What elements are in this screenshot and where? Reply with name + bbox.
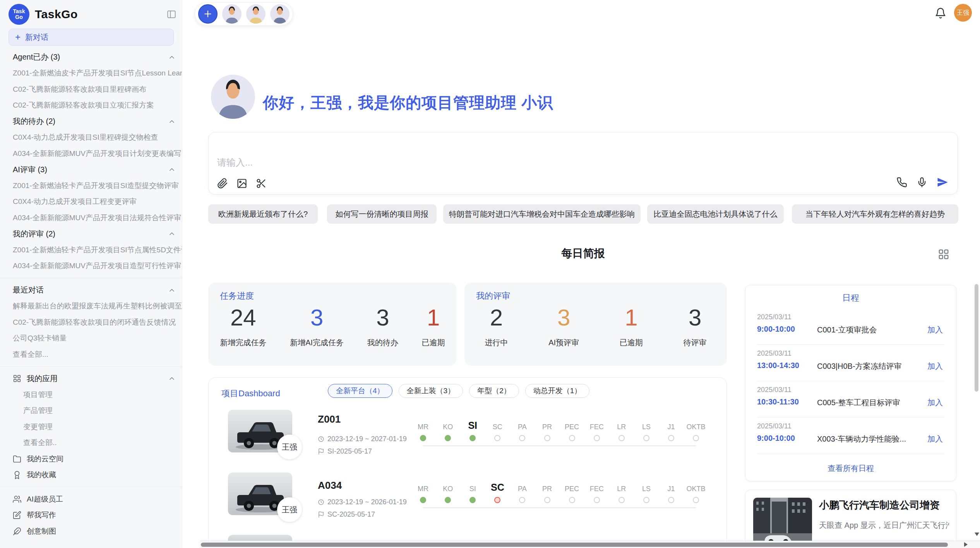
avatar[interactable] [270, 4, 290, 24]
schedule-time: 9:00-10:00 [757, 325, 795, 334]
apps-view-all[interactable]: 查看全部.. [0, 435, 182, 451]
new-chat-button[interactable]: + 新对话 [9, 29, 174, 46]
list-item[interactable]: Z001-全新燃油皮卡产品开发项目SI节点Lesson Learn报告 [0, 65, 182, 82]
image-upload-icon[interactable] [236, 178, 247, 189]
dashboard-title: 项目Dashboard [221, 388, 280, 399]
milestone: MR [411, 478, 435, 503]
plus-icon [203, 9, 213, 19]
join-link[interactable]: 加入 [927, 397, 943, 408]
chevron-up-icon[interactable] [168, 118, 176, 125]
chevron-up-icon[interactable] [168, 53, 176, 61]
milestone: PEC [560, 478, 584, 503]
list-item[interactable]: C0X4-动力总成开发项目SI里程碑提交物检查 [0, 130, 182, 146]
project-code[interactable]: Z001 [318, 413, 341, 425]
view-all-schedule-link[interactable]: 查看所有日程 [745, 463, 956, 474]
suggestion-chip[interactable]: 如何写一份清晰的项目周报 [327, 204, 437, 224]
section-agent-done[interactable]: Agent已办 (3) [0, 49, 182, 65]
chevron-up-icon[interactable] [168, 166, 176, 173]
tab-year-model[interactable]: 年型（2） [469, 384, 519, 398]
list-item[interactable]: A034-全新新能源MUV产品开发项目计划变更表编写 [0, 146, 182, 162]
suggestion-chip[interactable]: 特朗普可能对进口汽车增税会对中国车企造成哪些影响 [443, 204, 641, 224]
quill-icon [13, 527, 21, 536]
scroll-right-arrow[interactable] [964, 542, 968, 547]
suggestion-chip[interactable]: 比亚迪全固态电池计划具体说了什么 [647, 204, 784, 224]
input-right-tools [896, 176, 948, 188]
assistant-avatar [211, 75, 255, 119]
section-my-todo[interactable]: 我的待办 (2) [0, 113, 182, 130]
sidebar-item-help-writing[interactable]: 帮我写作 [0, 507, 182, 524]
join-link[interactable]: 加入 [927, 434, 943, 444]
list-item[interactable]: 公司Q3轻卡销量 [0, 331, 182, 347]
suggestion-chip[interactable]: 欧洲新规最近颁布了什么? [208, 204, 318, 224]
section-my-apps[interactable]: 我的应用 [0, 371, 182, 387]
chevron-up-icon[interactable] [168, 375, 176, 382]
apps-grid-icon [13, 374, 21, 383]
dashboard-tabs: 全新平台（4） 全新上装（3） 年型（2） 动总开发（1） [328, 384, 589, 398]
vertical-scrollbar-thumb[interactable] [975, 284, 978, 392]
tab-powertrain-dev[interactable]: 动总开发（1） [525, 384, 590, 398]
sidebar-item-favorites[interactable]: 我的收藏 [0, 467, 182, 483]
schedule-time: 10:30-11:30 [757, 397, 799, 406]
section-recent-chats[interactable]: 最近对话 [0, 282, 182, 298]
sidebar-item-product-mgmt[interactable]: 产品管理 [0, 403, 182, 419]
chevron-up-icon[interactable] [168, 286, 176, 294]
news-title: 小鹏飞行汽车制造公司增资 [819, 498, 940, 512]
phone-icon[interactable] [896, 177, 907, 188]
stat: 24新增完成任务 [220, 305, 266, 348]
layout-grid-icon[interactable] [938, 248, 949, 262]
plus-icon: + [15, 32, 21, 43]
send-icon[interactable] [937, 176, 948, 188]
sidebar-item-creative-drawing[interactable]: 创意制图 [0, 523, 182, 539]
schedule-date: 2025/03/11 [757, 422, 792, 430]
avatar[interactable] [246, 4, 266, 24]
section-my-review[interactable]: 我的评审 (2) [0, 226, 182, 242]
stat: 1已逾期 [422, 305, 445, 348]
list-item[interactable]: C0X4-动力总成开发项目工程变更评审 [0, 194, 182, 210]
stat: 2进行中 [485, 305, 508, 348]
list-item[interactable]: C02-飞腾新能源轻客改款项目立项汇报方案 [0, 98, 182, 114]
scissors-icon[interactable] [256, 178, 267, 189]
horizontal-scrollbar[interactable] [200, 541, 980, 548]
horizontal-scrollbar-thumb[interactable] [201, 543, 948, 547]
milestone: LR [609, 478, 634, 503]
project-code[interactable]: A034 [318, 480, 342, 491]
suggestion-chip[interactable]: 当下年轻人对汽车外观有怎样的喜好趋势 [792, 204, 958, 224]
list-item[interactable]: C02-飞腾新能源轻客改款项目的闭环通告反馈情况 [0, 314, 182, 331]
add-session-button[interactable] [198, 4, 218, 24]
vertical-scrollbar[interactable] [975, 284, 979, 539]
milestone-track: MR KO SI SC PA PR PEC FEC LR LS J1 OKTB [411, 416, 716, 451]
sidebar-item-project-mgmt[interactable]: 项目管理 [0, 387, 182, 403]
attachment-icon[interactable] [217, 178, 228, 189]
user-avatar[interactable]: 王强 [954, 4, 972, 22]
join-link[interactable]: 加入 [927, 325, 943, 335]
list-item[interactable]: Z001-全新燃油轻卡产品开发项目SI节点属性5D文件评审 [0, 242, 182, 258]
list-item[interactable]: C02-飞腾新能源轻客改款项目里程碑画布 [0, 81, 182, 98]
sidebar-collapse-icon[interactable] [166, 9, 176, 19]
stat: 1已逾期 [620, 305, 643, 348]
project-owner-badge: 王强 [277, 497, 302, 522]
tab-all-new-platform[interactable]: 全新平台（4） [328, 384, 392, 398]
tab-all-new-body[interactable]: 全新上装（3） [399, 384, 463, 398]
list-item[interactable]: Z001-全新燃油轻卡产品开发项目SI造型提交物评审 [0, 178, 182, 194]
milestone: LS [634, 416, 659, 441]
sidebar-item-change-mgmt[interactable]: 变更管理 [0, 419, 182, 435]
section-ai-review[interactable]: AI评审 (3) [0, 162, 182, 178]
recent-view-all[interactable]: 查看全部... [0, 346, 182, 363]
sidebar-item-ai-super-staff[interactable]: AI超级员工 [0, 491, 182, 507]
list-item[interactable]: A034-全新新能源MUV产品开发项目法规符合性评审 [0, 210, 182, 226]
task-progress-card: 任务进度 24新增完成任务 3新增AI完成任务 3我的待办 1已逾期 [208, 283, 457, 366]
schedule-name: C001-立项审批会 [817, 325, 877, 335]
avatar[interactable] [222, 4, 242, 24]
list-item[interactable]: 解释最新出台的欧盟报废车法规再生塑料比例被调至15%... [0, 298, 182, 315]
milestone-current: SI [460, 416, 485, 441]
join-link[interactable]: 加入 [927, 361, 943, 372]
chat-input[interactable]: 请输入... [208, 132, 958, 195]
news-card[interactable]: 小鹏飞行汽车制造公司增资 天眼查 App 显示，近日广州汇天飞行汽 [745, 490, 956, 548]
milestone: PR [535, 416, 559, 441]
scroll-down-arrow[interactable] [975, 533, 979, 536]
list-item[interactable]: A034-全新新能源MUV产品开发项目造型可行性评审 [0, 258, 182, 274]
mic-icon[interactable] [917, 177, 927, 188]
chevron-up-icon[interactable] [168, 230, 176, 238]
sidebar-item-cloud-space[interactable]: 我的云空间 [0, 451, 182, 467]
notification-bell-icon[interactable] [935, 7, 946, 21]
